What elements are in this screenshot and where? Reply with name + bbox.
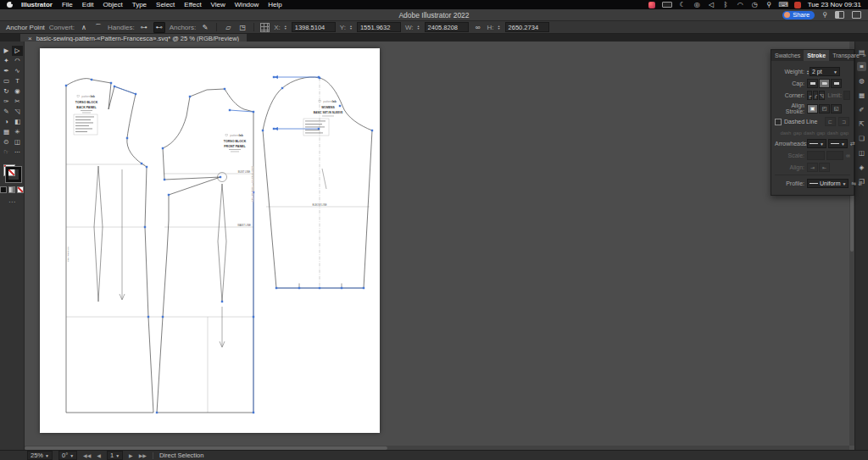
hand-tool[interactable]: ☞ [1, 147, 12, 158]
collapse-panel-icon[interactable]: » [863, 53, 866, 58]
flip-across-icon[interactable]: ⇵ [858, 180, 863, 187]
workspace-switcher-icon[interactable] [852, 11, 861, 19]
scissors-tool[interactable]: ✂ [12, 97, 23, 107]
w-stepper[interactable]: ▴▾ [418, 25, 420, 30]
wifi-icon[interactable]: ◠ [737, 1, 744, 8]
menu-type[interactable]: Type [132, 1, 147, 8]
eyedropper-tool[interactable]: ✑ [1, 97, 12, 107]
y-stepper[interactable]: ▴▾ [350, 25, 352, 30]
menu-effect[interactable]: Effect [184, 1, 201, 8]
align-stroke-outside-button[interactable]: ◱ [831, 104, 842, 114]
symbols-panel-icon[interactable]: ◈ [857, 163, 866, 172]
pen-tool[interactable]: ✒ [1, 66, 12, 76]
menu-edit[interactable]: Edit [82, 1, 94, 8]
selection-anchors[interactable] [65, 76, 373, 413]
stroke-panel-icon[interactable]: ≡ [857, 62, 866, 71]
search-icon[interactable]: ⚲ [822, 12, 827, 19]
convert-to-smooth-icon[interactable]: ⌒ [93, 23, 103, 32]
first-artboard-button[interactable]: ◀◀ [83, 452, 91, 458]
direct-selection-tool[interactable]: ▷ [12, 46, 23, 56]
menu-file[interactable]: File [62, 1, 73, 8]
menu-bar-clock[interactable]: Tue 23 Nov 09:31 [808, 1, 861, 8]
hide-handles-icon[interactable]: ⊷ [153, 22, 165, 33]
selection-tool[interactable]: ▶ [1, 46, 12, 56]
more-tools-button[interactable]: ⋯ [12, 147, 23, 158]
menu-view[interactable]: View [211, 1, 225, 8]
time-machine-icon[interactable]: ◷ [751, 1, 759, 8]
menu-help[interactable]: Help [268, 1, 281, 8]
bluetooth-icon[interactable]: ᛒ [722, 1, 730, 8]
arrowhead-end-select[interactable]: ▼ [828, 139, 848, 148]
artboard-tool[interactable]: ◫ [12, 137, 23, 147]
gradient-tool[interactable]: ◧ [12, 117, 23, 127]
projecting-cap-button[interactable] [831, 79, 842, 88]
align-stroke-inside-button[interactable]: ◰ [819, 104, 830, 114]
apple-icon[interactable] [7, 2, 13, 8]
edit-toolbar-dots[interactable]: ⋯ [8, 198, 15, 206]
lasso-tool[interactable]: ◠ [12, 56, 23, 66]
rectangle-tool[interactable]: ▭ [1, 76, 12, 86]
round-join-button[interactable]: ╭ [813, 91, 818, 100]
previous-artboard-button[interactable]: ◀ [97, 452, 101, 458]
zoom-level-select[interactable]: 25%▼ [27, 451, 53, 460]
fill-stroke-widget[interactable] [3, 164, 21, 182]
rotation-select[interactable]: 0°▼ [58, 451, 77, 460]
do-not-disturb-moon-icon[interactable]: ☾ [679, 1, 687, 8]
color-panel-icon[interactable]: ◍ [857, 76, 866, 86]
export-panel-icon[interactable]: ⇱ [857, 119, 866, 129]
x-input[interactable]: 1398.5104 [292, 22, 336, 32]
pencil-tool[interactable]: ✎ [1, 107, 12, 117]
artboard[interactable]: patternlab TORSO BLOCK BACK PANEL patter… [40, 48, 380, 433]
menu-illustrator[interactable]: Illustrator [21, 1, 53, 8]
menu-select[interactable]: Select [156, 1, 175, 8]
next-artboard-button[interactable]: ▶ [129, 452, 133, 458]
stroke-swatch[interactable] [6, 167, 21, 182]
convert-to-corner-icon[interactable]: ∧ [79, 23, 89, 32]
mesh-tool[interactable]: ▦ [1, 127, 12, 137]
menu-object[interactable]: Object [103, 1, 123, 8]
notification-badge-icon[interactable] [794, 2, 801, 8]
magic-wand-tool[interactable]: ✦ [1, 56, 12, 66]
h-stepper[interactable]: ▴▾ [498, 25, 500, 30]
link-dimensions-icon[interactable]: ∞ [473, 23, 483, 32]
arrowhead-start-select[interactable]: ▼ [807, 139, 826, 148]
artboards-panel-icon[interactable]: ◫ [857, 148, 866, 158]
weight-stepper[interactable]: ▴▾ [807, 69, 809, 75]
align-stroke-center-button[interactable]: ▣ [807, 104, 818, 114]
isolate-selection-icon[interactable]: ▱ [223, 23, 233, 32]
layers-panel-icon[interactable]: ❏ [857, 134, 866, 143]
color-mode-button[interactable] [0, 186, 7, 193]
canvas-pasteboard[interactable]: patternlab TORSO BLOCK BACK PANEL patter… [25, 42, 854, 451]
type-tool[interactable]: T [12, 76, 23, 86]
miter-join-button[interactable]: ┌ [807, 91, 812, 100]
arrange-documents-icon[interactable] [835, 11, 844, 19]
spotlight-search-icon[interactable]: ⚲ [765, 1, 773, 8]
round-cap-button[interactable] [819, 79, 830, 88]
selected-path-segments[interactable] [114, 75, 364, 413]
show-handles-icon[interactable]: ⊶ [139, 23, 149, 32]
tab-stroke[interactable]: Stroke [804, 50, 829, 61]
tab-transparency[interactable]: Transpare [829, 50, 863, 61]
swap-arrowheads-icon[interactable]: ⇄ [850, 141, 855, 147]
dashed-line-checkbox[interactable] [775, 119, 782, 125]
screen-record-icon[interactable]: ◎ [693, 1, 701, 8]
reference-point-locator[interactable] [260, 23, 270, 32]
blend-tool[interactable]: ◑ [1, 117, 12, 127]
tab-swatches[interactable]: Swatches [771, 50, 804, 61]
profile-select[interactable]: Uniform ▼ [807, 179, 849, 188]
bevel-join-button[interactable]: ◹ [819, 91, 825, 100]
zoom-tool[interactable]: ⊙ [1, 137, 12, 147]
rotate-tool[interactable]: ↻ [1, 86, 12, 97]
swatches-panel-icon[interactable]: ▦ [857, 91, 866, 100]
none-mode-button[interactable] [17, 186, 24, 193]
share-button[interactable]: Share [782, 11, 815, 19]
weight-select[interactable]: 2 pt▼ [810, 67, 840, 76]
last-artboard-button[interactable]: ▶▶ [139, 452, 147, 458]
remove-anchor-icon[interactable]: ✎ [200, 23, 210, 32]
flip-along-icon[interactable]: ⇋ [851, 180, 856, 187]
menu-window[interactable]: Window [235, 1, 259, 8]
creative-cloud-icon[interactable] [648, 2, 655, 8]
y-input[interactable]: 1551.9632 [357, 22, 401, 32]
symbol-sprayer-tool[interactable]: ✳ [12, 127, 23, 137]
h-input[interactable]: 2650.2734 [505, 22, 549, 32]
